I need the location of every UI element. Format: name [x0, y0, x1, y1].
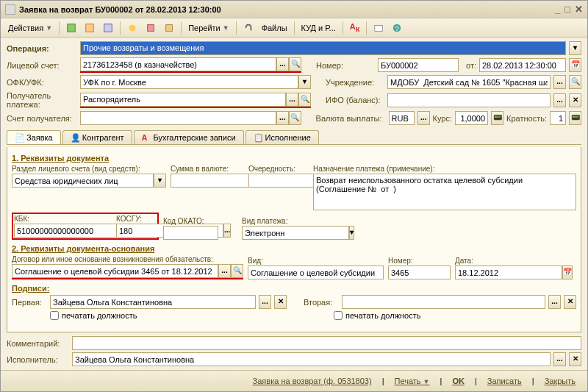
tab-execution[interactable]: 📋Исполнение	[245, 130, 319, 144]
tool-icon-6[interactable]	[161, 21, 177, 35]
contract-search-icon[interactable]: 🔍	[231, 264, 243, 278]
kosgu-label: КОСГУ:	[116, 215, 157, 223]
kosgu-dots[interactable]: ...	[223, 224, 231, 238]
currency-dots[interactable]: ...	[417, 111, 430, 125]
print-position-1[interactable]: печатать должность	[50, 311, 137, 320]
rate-label: Курс:	[433, 114, 452, 123]
account-search-icon[interactable]: 🔍	[289, 57, 301, 71]
sign1-dots[interactable]: ...	[259, 295, 271, 309]
kbk-input[interactable]	[14, 224, 121, 238]
operation-select[interactable]: Прочие возвраты и возмещения	[80, 41, 566, 55]
tool-icon-2[interactable]	[82, 21, 98, 35]
razdel-dropdown[interactable]: ▾	[154, 174, 166, 188]
tool-icon-7[interactable]	[370, 21, 387, 35]
num-input[interactable]	[388, 266, 451, 279]
help-icon[interactable]: ?	[389, 21, 405, 35]
payee-search-icon[interactable]: 🔍	[298, 93, 311, 107]
type-input[interactable]	[248, 266, 384, 279]
ifo-input[interactable]	[387, 93, 551, 107]
exec-input[interactable]	[72, 352, 551, 366]
okato-input[interactable]	[163, 226, 218, 240]
purpose-input[interactable]	[313, 174, 576, 210]
payee-dots[interactable]: ...	[286, 93, 298, 107]
exec-icon: 📋	[254, 133, 262, 142]
footer: Заявка на возврат (ф. 0531803) | Печать …	[1, 370, 587, 391]
save-button[interactable]: Записать	[481, 374, 528, 388]
actions-menu[interactable]: Действия ▼	[5, 22, 55, 34]
rate-calc-icon[interactable]: 📟	[491, 111, 503, 125]
calendar-icon[interactable]: 📅	[569, 58, 581, 72]
sign2-clear[interactable]: ✕	[564, 295, 576, 309]
sign2-input[interactable]	[342, 295, 545, 309]
signatures-header: Подписи:	[12, 284, 576, 293]
sign1-input[interactable]	[50, 295, 256, 309]
titlebar: Заявка на возврат БУ000002 от 28.02.2013…	[1, 1, 587, 18]
payee-acc-search-icon[interactable]: 🔍	[289, 111, 301, 125]
paytype-dropdown[interactable]: ▾	[349, 226, 354, 240]
mult-input[interactable]	[550, 111, 566, 125]
tool-icon-ak[interactable]: Aк	[347, 21, 362, 35]
ifo-dots[interactable]: ...	[553, 93, 566, 107]
mult-calc-icon[interactable]: 📟	[569, 111, 581, 125]
print-position-2[interactable]: печатать должность	[334, 311, 576, 320]
org-search-icon[interactable]: 🔍	[569, 75, 581, 89]
sign1-clear[interactable]: ✕	[274, 295, 287, 309]
org-input[interactable]	[387, 75, 551, 89]
tool-icon-4[interactable]	[124, 21, 140, 35]
comment-input[interactable]	[72, 336, 581, 350]
contract-dots[interactable]: ...	[218, 264, 231, 278]
tab-zayavka[interactable]: 📄Заявка	[7, 130, 61, 144]
tabs: 📄Заявка 👤Контрагент AБухгалтерские запис…	[7, 130, 581, 145]
ofk-dropdown[interactable]: ▾	[298, 75, 311, 89]
date2-cal-icon[interactable]: 📅	[562, 266, 573, 279]
sum-label: Сумма в валюте:	[171, 165, 244, 173]
order-label: Очередность:	[248, 165, 309, 173]
date2-input[interactable]	[455, 266, 562, 279]
tool-icon-3[interactable]	[100, 21, 116, 35]
currency-input[interactable]	[389, 111, 415, 125]
payee-input[interactable]	[80, 93, 286, 107]
kud-button[interactable]: КУД и Р...	[298, 22, 339, 34]
account-input[interactable]	[80, 57, 276, 71]
date-input[interactable]	[479, 58, 566, 72]
type-label: Вид:	[248, 257, 384, 265]
tab-kontragent[interactable]: 👤Контрагент	[62, 130, 132, 144]
rate-input[interactable]	[455, 111, 488, 125]
contract-input[interactable]	[12, 264, 218, 278]
payee-acc-label: Счет получателя:	[7, 114, 77, 123]
files-button[interactable]: Файлы	[259, 22, 290, 34]
number-input[interactable]	[378, 58, 459, 72]
svg-text:?: ?	[395, 24, 399, 32]
maximize-button[interactable]: □	[564, 4, 570, 15]
tool-icon-1[interactable]	[63, 21, 79, 35]
tab-accounting[interactable]: AБухгалтерские записи	[134, 130, 244, 144]
sign2-label: Вторая:	[304, 298, 339, 307]
exec-clear[interactable]: ✕	[569, 352, 581, 366]
payee-label: Получатель платежа:	[7, 91, 77, 109]
ak-icon: A	[142, 133, 151, 142]
form-name-button[interactable]: Заявка на возврат (ф. 0531803)	[247, 374, 378, 388]
mult-label: Кратность:	[506, 114, 547, 123]
ok-button[interactable]: OK	[446, 374, 470, 388]
tool-icon-5[interactable]	[143, 21, 159, 35]
org-label: Учреждение:	[326, 78, 384, 87]
sign2-dots[interactable]: ...	[548, 295, 561, 309]
razdel-input[interactable]	[12, 174, 154, 188]
close-button[interactable]: ✕	[575, 4, 583, 15]
attach-icon[interactable]	[240, 21, 257, 35]
exec-dots[interactable]: ...	[553, 352, 566, 366]
goto-menu[interactable]: Перейти ▼	[185, 22, 232, 34]
org-dots[interactable]: ...	[553, 75, 566, 89]
print-button[interactable]: Печать ▼	[389, 374, 436, 388]
ofk-input[interactable]	[80, 75, 298, 89]
svg-rect-2	[104, 24, 112, 32]
minimize-button[interactable]: _	[555, 4, 560, 15]
ifo-clear[interactable]: ✕	[569, 93, 581, 107]
close-button-footer[interactable]: Закрыть	[539, 374, 581, 388]
payee-acc-input[interactable]	[80, 111, 276, 125]
paytype-input[interactable]	[242, 226, 349, 240]
payee-acc-dots[interactable]: ...	[276, 111, 289, 125]
comment-label: Комментарий:	[7, 339, 69, 348]
operation-dropdown[interactable]: ▾	[569, 41, 581, 55]
account-dots[interactable]: ...	[276, 57, 289, 71]
